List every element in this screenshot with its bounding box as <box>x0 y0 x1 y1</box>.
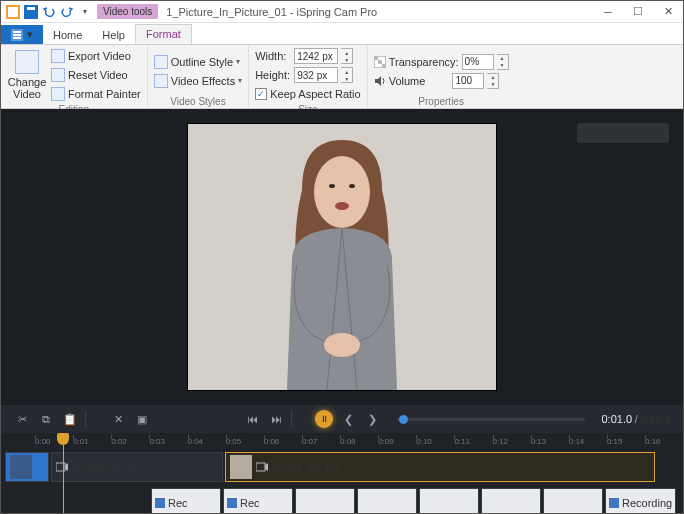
zoom-out-button[interactable]: − <box>577 123 599 143</box>
transparency-input[interactable]: 0% <box>462 54 494 70</box>
ribbon-tabs: ▾ Home Help Format <box>1 23 683 45</box>
outline-style-dropdown[interactable]: Outline Style▾ <box>154 53 242 71</box>
window-title: 1_Picture_In_Picture_01 - iSpring Cam Pr… <box>166 6 377 18</box>
clip-moniq-a[interactable]: Moniq_26_02 <box>51 452 223 482</box>
reset-video-button[interactable]: Reset Video <box>51 66 141 84</box>
app-icon <box>5 4 21 20</box>
context-tab-video-tools: Video tools <box>97 4 158 19</box>
segment[interactable]: Rec <box>151 488 221 514</box>
svg-rect-1 <box>8 7 18 17</box>
zoom-in-button[interactable]: + <box>647 123 669 143</box>
frame-forward-icon[interactable]: ❯ <box>363 410 381 428</box>
ribbon: Change Video Export Video Reset Video Fo… <box>1 45 683 109</box>
record-icon <box>227 498 237 508</box>
timeline: 0:00 0:01 0:02 0:03 0:04 0:05 0:06 0:07 … <box>1 433 683 514</box>
video-track-2[interactable]: Rec Rec Recording <box>1 485 683 514</box>
skip-end-icon[interactable]: ⏭ <box>267 410 285 428</box>
skip-start-icon[interactable]: ⏮ <box>243 410 261 428</box>
segment[interactable] <box>543 488 603 514</box>
segment[interactable] <box>419 488 479 514</box>
tab-help[interactable]: Help <box>92 26 135 44</box>
svg-point-13 <box>329 184 335 188</box>
zoom-value: 54.2% <box>599 123 646 143</box>
segment-last[interactable]: Recording <box>605 488 676 514</box>
maximize-button[interactable]: ☐ <box>623 1 653 23</box>
save-icon[interactable] <box>23 4 39 20</box>
redo-icon[interactable] <box>59 4 75 20</box>
transparency-icon <box>374 56 386 68</box>
keep-aspect-checkbox[interactable]: ✓Keep Aspect Ratio <box>255 85 361 103</box>
qat-dropdown-icon[interactable]: ▾ <box>77 4 93 20</box>
crop-icon[interactable]: ▣ <box>133 410 151 428</box>
progress-thumb[interactable] <box>399 415 408 424</box>
copy-icon[interactable]: ⧉ <box>37 410 55 428</box>
segment[interactable] <box>357 488 417 514</box>
time-display: 0:01.0 / 0:16.5 <box>601 413 671 425</box>
close-button[interactable]: ✕ <box>653 1 683 23</box>
video-frame[interactable] <box>187 123 497 391</box>
group-properties: Transparency:0%▲▼ Volume100▲▼ Properties <box>368 45 515 108</box>
video-effects-dropdown[interactable]: Video Effects▾ <box>154 72 242 90</box>
cut-icon[interactable]: ✂ <box>13 410 31 428</box>
title-bar: ▾ Video tools 1_Picture_In_Picture_01 - … <box>1 1 683 23</box>
group-video-styles: Outline Style▾ Video Effects▾ Video Styl… <box>148 45 249 108</box>
playback-controls: ✂ ⧉ 📋 ✕ ▣ ⏮ ⏭ ⏸ ❮ ❯ 0:01.0 / 0:16.5 <box>1 405 683 433</box>
transparency-label: Transparency: <box>389 56 459 68</box>
undo-icon[interactable] <box>41 4 57 20</box>
svg-point-15 <box>335 202 349 210</box>
progress-bar[interactable] <box>397 418 585 421</box>
group-editing: Change Video Export Video Reset Video Fo… <box>1 45 148 108</box>
svg-rect-11 <box>382 64 386 68</box>
paste-icon[interactable]: 📋 <box>61 410 79 428</box>
width-spinner[interactable]: ▲▼ <box>341 48 353 64</box>
volume-label: Volume <box>389 75 426 87</box>
record-icon <box>609 498 619 508</box>
tab-format[interactable]: Format <box>135 24 192 44</box>
svg-rect-3 <box>27 7 35 10</box>
tab-home[interactable]: Home <box>43 26 92 44</box>
volume-spinner[interactable]: ▲▼ <box>487 73 499 89</box>
clip-selected[interactable] <box>5 452 49 482</box>
height-input[interactable]: 932 px <box>294 67 338 83</box>
svg-point-12 <box>314 156 370 228</box>
playhead[interactable] <box>57 433 69 514</box>
zoom-control: − 54.2% + <box>577 123 669 143</box>
svg-rect-7 <box>13 37 21 39</box>
quick-access-toolbar: ▾ <box>1 4 97 20</box>
group-size: Width:1242 px▲▼ Height:932 px▲▼ ✓Keep As… <box>249 45 368 108</box>
svg-rect-10 <box>378 60 382 64</box>
segment[interactable] <box>295 488 355 514</box>
record-icon <box>155 498 165 508</box>
clip-moniq-b[interactable]: Moniq_26_02 <box>225 452 655 482</box>
video-canvas[interactable]: − 54.2% + <box>1 109 683 405</box>
width-input[interactable]: 1242 px <box>294 48 338 64</box>
transparency-spinner[interactable]: ▲▼ <box>497 54 509 70</box>
volume-icon <box>374 75 386 87</box>
delete-icon[interactable]: ✕ <box>109 410 127 428</box>
segment[interactable]: Rec <box>223 488 293 514</box>
pause-button[interactable]: ⏸ <box>315 410 333 428</box>
svg-rect-5 <box>13 31 21 33</box>
change-video-button[interactable]: Change Video <box>7 47 47 103</box>
svg-rect-9 <box>374 56 378 60</box>
file-tab[interactable]: ▾ <box>1 25 43 44</box>
timeline-ruler[interactable]: 0:00 0:01 0:02 0:03 0:04 0:05 0:06 0:07 … <box>1 433 683 449</box>
height-label: Height: <box>255 69 291 81</box>
video-track-1[interactable]: Moniq_26_02 Moniq_26_02 <box>1 449 683 485</box>
volume-input[interactable]: 100 <box>452 73 484 89</box>
frame-back-icon[interactable]: ❮ <box>339 410 357 428</box>
svg-rect-18 <box>256 463 265 471</box>
export-video-button[interactable]: Export Video <box>51 47 141 65</box>
svg-point-14 <box>349 184 355 188</box>
svg-rect-6 <box>13 34 21 36</box>
video-icon <box>256 461 268 473</box>
svg-point-16 <box>324 333 360 357</box>
format-painter-button[interactable]: Format Painter <box>51 85 141 103</box>
height-spinner[interactable]: ▲▼ <box>341 67 353 83</box>
minimize-button[interactable]: ─ <box>593 1 623 23</box>
segment[interactable] <box>481 488 541 514</box>
presenter-figure <box>232 130 452 390</box>
width-label: Width: <box>255 50 291 62</box>
